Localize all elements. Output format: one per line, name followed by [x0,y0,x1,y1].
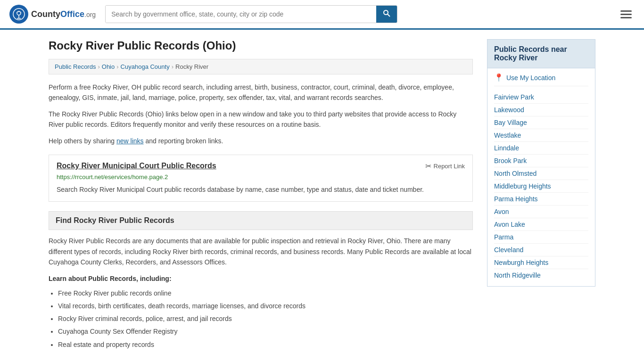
page-wrapper: Rocky River Public Records (Ohio) Public… [39,30,605,361]
report-link-button[interactable]: ✂ Report Link [425,162,465,171]
record-card-title[interactable]: Rocky River Municipal Court Public Recor… [57,162,216,170]
main-content: Rocky River Public Records (Ohio) Public… [49,39,473,352]
desc3-suffix: and reporting broken links. [144,137,223,145]
search-button[interactable] [376,6,397,23]
record-url[interactable]: https://rrcourt.net/eservices/home.page.… [57,173,465,181]
sidebar-link-middleburg-heights[interactable]: Middleburg Heights [494,182,551,190]
breadcrumb-sep-3: › [172,63,173,70]
find-section-paragraph: Rocky River Public Records are any docum… [49,236,473,267]
breadcrumb-sep-1: › [98,63,99,70]
list-item: Free Rocky River public records online [58,288,473,299]
logo-tld-text: .org [84,11,96,18]
list-item: Rocky River criminal records, police, ar… [58,313,473,325]
sidebar-link-parma-heights[interactable]: Parma Heights [494,195,538,203]
menu-line-3 [620,17,632,18]
sidebar-link-avon[interactable]: Avon [494,208,509,215]
logo-county-text: County [31,9,60,19]
sidebar-link-parma[interactable]: Parma [494,233,513,241]
find-section-header: Find Rocky River Public Records [49,211,473,230]
description-paragraph-3: Help others by sharing new links and rep… [49,136,473,146]
report-icon: ✂ [425,162,431,171]
list-item: Westlake [494,129,588,142]
list-item: Cleveland [494,244,588,256]
record-card: Rocky River Municipal Court Public Recor… [49,155,473,202]
sidebar-box: 📍 Use My Location Fairview Park Lakewood… [487,68,595,287]
list-item: Lakewood [494,104,588,116]
sidebar-link-newburgh-heights[interactable]: Newburgh Heights [494,259,548,266]
list-item: Parma Heights [494,193,588,206]
list-item: Linndale [494,142,588,155]
svg-point-4 [384,10,388,15]
learn-list: Free Rocky River public records online V… [49,288,473,351]
list-item: Newburgh Heights [494,256,588,269]
search-bar [105,5,397,23]
record-card-header: Rocky River Municipal Court Public Recor… [57,162,465,171]
learn-title: Learn about Public Records, including: [49,273,473,284]
logo-wordmark: CountyOffice.org [31,9,96,19]
list-item: Real estate and property records [58,339,473,351]
list-item: Brook Park [494,155,588,167]
sidebar-link-avon-lake[interactable]: Avon Lake [494,221,525,228]
sidebar-link-north-ridgeville[interactable]: North Ridgeville [494,272,541,279]
description-paragraph-1: Perform a free Rocky River, OH public re… [49,82,473,103]
report-link-label: Report Link [434,163,465,170]
sidebar-link-cleveland[interactable]: Cleveland [494,246,523,254]
use-my-location-link[interactable]: Use My Location [506,74,555,82]
find-section: Find Rocky River Public Records Rocky Ri… [49,211,473,351]
sidebar-link-westlake[interactable]: Westlake [494,132,521,139]
desc3-prefix: Help others by sharing [49,137,116,145]
menu-line-2 [620,14,632,15]
list-item: North Olmsted [494,167,588,180]
description-block: Perform a free Rocky River, OH public re… [49,82,473,146]
list-item: North Ridgeville [494,269,588,281]
use-my-location-row: 📍 Use My Location [494,73,588,86]
sidebar-header: Public Records near Rocky River [487,39,595,68]
list-item: Fairview Park [494,91,588,104]
sidebar-link-fairview-park[interactable]: Fairview Park [494,93,534,101]
logo-icon [9,5,28,24]
breadcrumb: Public Records › Ohio › Cuyahoga County … [49,59,473,74]
sidebar-link-brook-park[interactable]: Brook Park [494,157,527,165]
sidebar-link-lakewood[interactable]: Lakewood [494,106,524,114]
list-item: Bay Village [494,116,588,129]
new-links-link[interactable]: new links [116,137,144,145]
breadcrumb-link-public-records[interactable]: Public Records [55,63,96,70]
list-item: Avon Lake [494,218,588,231]
sidebar: Public Records near Rocky River 📍 Use My… [487,39,595,352]
list-item: Avon [494,206,588,218]
list-item: Middleburg Heights [494,180,588,193]
list-item: Cuyahoga County Sex Offender Registry [58,326,473,337]
logo-office-text: Office [60,9,84,19]
svg-line-5 [388,14,390,16]
sidebar-link-linndale[interactable]: Linndale [494,144,519,152]
logo[interactable]: CountyOffice.org [9,5,96,24]
list-item: Vital records, birth certificates, death… [58,300,473,312]
breadcrumb-current: Rocky River [175,63,208,70]
description-paragraph-2: The Rocky River Public Records (Ohio) li… [49,109,473,130]
breadcrumb-link-ohio[interactable]: Ohio [102,63,115,70]
record-card-description: Search Rocky River Municipal Court publi… [57,184,465,195]
list-item: Parma [494,231,588,244]
breadcrumb-sep-2: › [116,63,118,70]
menu-button[interactable] [618,8,635,21]
site-header: CountyOffice.org [0,0,644,30]
sidebar-link-bay-village[interactable]: Bay Village [494,119,527,126]
search-input[interactable] [106,6,376,23]
sidebar-link-north-olmsted[interactable]: North Olmsted [494,170,537,177]
page-title: Rocky River Public Records (Ohio) [49,39,473,52]
menu-line-1 [620,10,632,12]
location-pin-icon: 📍 [494,73,504,82]
breadcrumb-link-cuyahoga[interactable]: Cuyahoga County [121,63,170,70]
nearby-links-list: Fairview Park Lakewood Bay Village Westl… [494,91,588,281]
